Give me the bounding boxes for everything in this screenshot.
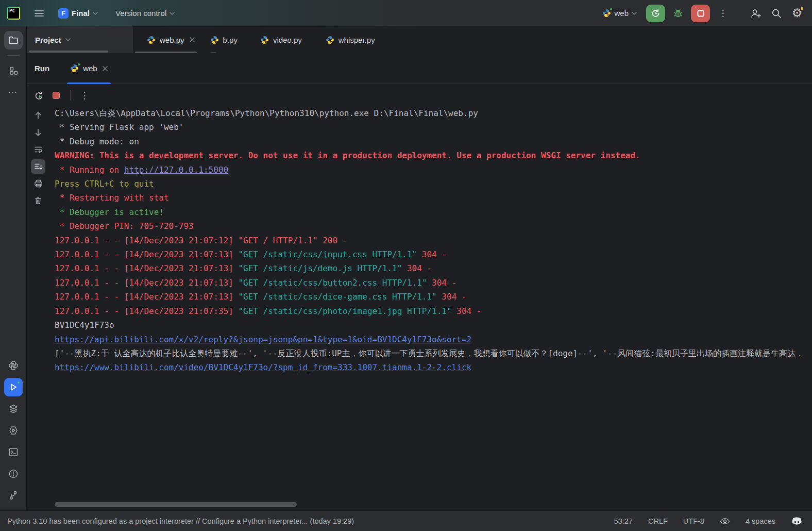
sidebar-item-run[interactable] <box>4 378 23 396</box>
sidebar-item-problems[interactable] <box>4 464 23 483</box>
git-branch-icon <box>8 490 19 501</box>
editor-tab-whisper-py[interactable]: whisper.py <box>318 26 383 53</box>
console-line: * Debugger is active! <box>55 205 812 219</box>
debug-button[interactable] <box>670 6 686 21</box>
kebab-menu-icon: ⋮ <box>719 8 728 19</box>
close-icon[interactable] <box>190 37 195 42</box>
editor-tab-b-py[interactable]: b.py <box>202 26 245 53</box>
version-control-widget[interactable]: Version control <box>111 6 179 21</box>
sidebar-item-terminal[interactable] <box>4 443 23 461</box>
sidebar-item-structure[interactable] <box>4 61 23 80</box>
sidebar-item-more-tools[interactable]: ⋯ <box>4 83 23 102</box>
console-output[interactable]: C:\Users\白炎\AppData\Local\Programs\Pytho… <box>55 106 812 500</box>
console-line: * Running on http://127.0.0.1:5000 <box>55 163 812 177</box>
encoding-indicator[interactable]: UTF-8 <box>683 517 704 525</box>
console-link[interactable]: https://www.bilibili.com/video/BV1DC4y1F… <box>55 362 471 372</box>
run-play-icon <box>9 383 18 392</box>
console-line: 127.0.0.1 - - [14/Dec/2023 21:07:35] "GE… <box>55 304 812 318</box>
console-link[interactable]: http://127.0.0.1:5000 <box>124 165 228 175</box>
reader-mode-toggle[interactable] <box>720 518 730 525</box>
console-line: 127.0.0.1 - - [14/Dec/2023 21:07:13] "GE… <box>55 290 812 304</box>
copilot-status-button[interactable] <box>791 516 803 526</box>
main-menu-button[interactable] <box>31 6 47 21</box>
stop-console-button[interactable] <box>48 88 64 103</box>
search-everywhere-button[interactable] <box>769 6 784 21</box>
stop-icon <box>697 9 705 18</box>
more-actions-button[interactable]: ⋮ <box>715 6 731 21</box>
console-line: Press CTRL+C to quit <box>55 177 812 191</box>
editor-tab-web-py[interactable]: web.py <box>139 26 202 53</box>
console-line: * Serving Flask app 'web' <box>55 120 812 134</box>
soft-wrap-icon <box>34 145 43 154</box>
console-line: C:\Users\白炎\AppData\Local\Programs\Pytho… <box>55 106 812 120</box>
run-config-selector[interactable]: web <box>598 6 641 21</box>
project-widget[interactable]: F Final <box>54 5 102 22</box>
console-line: https://api.bilibili.com/x/v2/reply?&jso… <box>55 333 812 346</box>
caret-position[interactable]: 53:27 <box>614 517 633 525</box>
line-ending-indicator[interactable]: CRLF <box>648 517 668 525</box>
indent-indicator[interactable]: 4 spaces <box>746 517 775 525</box>
console-line: 127.0.0.1 - - [14/Dec/2023 21:07:13] "GE… <box>55 261 812 275</box>
project-panel-header[interactable]: Project <box>27 26 133 53</box>
sidebar-item-services[interactable] <box>4 400 23 418</box>
console-line: 127.0.0.1 - - [14/Dec/2023 21:07:12] "GE… <box>55 234 812 247</box>
python-file-icon <box>326 36 334 44</box>
scroll-to-end-icon <box>34 162 43 171</box>
pycharm-logo-icon: PC <box>7 7 20 20</box>
toolbar-divider <box>70 90 71 101</box>
folder-icon <box>8 36 19 45</box>
project-panel-scrollbar[interactable] <box>29 51 108 53</box>
scroll-down-button[interactable] <box>31 125 45 140</box>
console-link[interactable]: https://api.bilibili.com/x/v2/reply?&jso… <box>55 335 471 344</box>
console-line: * Debugger PIN: 705-720-793 <box>55 219 812 233</box>
tab-label: whisper.py <box>339 36 375 44</box>
sidebar-item-python-console[interactable] <box>4 421 23 440</box>
clear-console-button[interactable] <box>31 193 45 208</box>
settings-notification-dot <box>800 6 804 11</box>
code-with-me-button[interactable] <box>748 6 764 21</box>
status-message: Python 3.10 has been configured as a pro… <box>7 517 354 525</box>
rerun-icon <box>34 91 44 101</box>
rerun-button[interactable] <box>646 5 665 22</box>
active-tab-underline <box>67 82 111 84</box>
console-line: ['--黑执Z:干 认全高达的机子比认全奥特曼要难--', '--反正没人投币:… <box>55 346 812 360</box>
rerun-icon <box>651 8 661 18</box>
terminal-icon <box>8 447 19 457</box>
sidebar-item-project[interactable] <box>4 31 23 49</box>
hamburger-icon <box>35 10 44 17</box>
console-line: 127.0.0.1 - - [14/Dec/2023 21:07:13] "GE… <box>55 247 812 261</box>
chevron-down-icon <box>170 12 175 15</box>
console-line: https://www.bilibili.com/video/BV1DC4y1F… <box>55 360 812 374</box>
console-horizontal-scrollbar[interactable] <box>55 502 297 507</box>
project-badge-icon: F <box>58 8 69 19</box>
scroll-up-button[interactable] <box>31 108 45 123</box>
layers-icon <box>8 404 19 414</box>
console-more-options-button[interactable]: ⋮ <box>77 88 92 103</box>
sidebar-item-version-control[interactable] <box>4 486 23 505</box>
soft-wrap-button[interactable] <box>31 142 45 157</box>
python-icon <box>70 64 79 73</box>
python-file-icon <box>147 36 156 44</box>
title-bar: PC F Final Version control web <box>0 0 812 26</box>
hexagon-play-icon <box>8 425 19 436</box>
run-tab-web[interactable]: web <box>67 53 111 84</box>
chevron-down-icon <box>65 38 71 41</box>
chevron-down-icon <box>93 12 98 15</box>
copilot-icon <box>791 516 803 526</box>
close-icon[interactable] <box>103 66 108 71</box>
trash-icon <box>34 196 42 205</box>
tool-window-stripe: ⋯ <box>0 26 27 510</box>
scroll-to-end-button[interactable] <box>31 159 45 174</box>
console-line: * Debug mode: on <box>55 135 812 148</box>
rerun-console-button[interactable] <box>31 88 46 103</box>
stop-button[interactable] <box>691 5 710 22</box>
settings-button[interactable]: ⚙ <box>789 6 805 21</box>
print-button[interactable] <box>31 176 45 191</box>
editor-tab-video-py[interactable]: video.py <box>252 26 310 53</box>
project-panel-title: Project <box>35 36 61 44</box>
python-icon <box>602 9 611 18</box>
python-outline-icon <box>8 360 19 371</box>
stripe-divider <box>7 55 20 56</box>
sidebar-item-python-packages[interactable] <box>4 356 23 375</box>
tab-label: video.py <box>273 36 302 44</box>
